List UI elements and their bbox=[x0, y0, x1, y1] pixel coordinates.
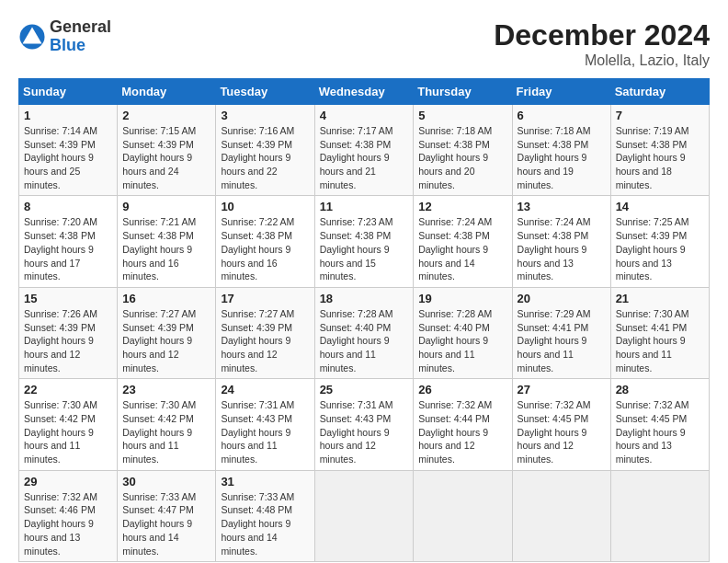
table-row: 18 Sunrise: 7:28 AMSunset: 4:40 PMDaylig… bbox=[314, 287, 414, 378]
day-info: Sunrise: 7:19 AMSunset: 4:38 PMDaylight … bbox=[616, 125, 689, 190]
day-number: 28 bbox=[616, 383, 704, 396]
day-info: Sunrise: 7:17 AMSunset: 4:38 PMDaylight … bbox=[320, 125, 393, 190]
day-info: Sunrise: 7:18 AMSunset: 4:38 PMDaylight … bbox=[418, 125, 492, 190]
title-area: December 2024 Molella, Lazio, Italy bbox=[494, 18, 710, 69]
day-number: 18 bbox=[320, 292, 409, 305]
logo-icon bbox=[18, 23, 46, 51]
col-thursday: Thursday bbox=[414, 79, 512, 105]
day-info: Sunrise: 7:22 AMSunset: 4:38 PMDaylight … bbox=[221, 216, 294, 282]
logo-blue-text: Blue bbox=[50, 37, 111, 55]
table-row: 9 Sunrise: 7:21 AMSunset: 4:38 PMDayligh… bbox=[118, 196, 216, 287]
table-row: 21 Sunrise: 7:30 AMSunset: 4:41 PMDaylig… bbox=[610, 287, 709, 378]
day-info: Sunrise: 7:32 AMSunset: 4:44 PMDaylight … bbox=[418, 399, 492, 465]
table-row: 2 Sunrise: 7:15 AMSunset: 4:39 PMDayligh… bbox=[118, 105, 216, 196]
table-row bbox=[314, 470, 414, 561]
day-number: 1 bbox=[24, 109, 112, 122]
day-info: Sunrise: 7:31 AMSunset: 4:43 PMDaylight … bbox=[221, 399, 294, 465]
table-row: 23 Sunrise: 7:30 AMSunset: 4:42 PMDaylig… bbox=[118, 379, 216, 470]
day-info: Sunrise: 7:18 AMSunset: 4:38 PMDaylight … bbox=[518, 125, 591, 190]
day-number: 8 bbox=[24, 200, 112, 213]
day-info: Sunrise: 7:27 AMSunset: 4:39 PMDaylight … bbox=[221, 308, 294, 373]
table-row: 19 Sunrise: 7:28 AMSunset: 4:40 PMDaylig… bbox=[414, 287, 512, 378]
col-friday: Friday bbox=[512, 79, 610, 105]
day-number: 23 bbox=[122, 383, 210, 396]
day-info: Sunrise: 7:28 AMSunset: 4:40 PMDaylight … bbox=[320, 308, 393, 373]
table-row: 8 Sunrise: 7:20 AMSunset: 4:38 PMDayligh… bbox=[19, 196, 118, 287]
table-row: 7 Sunrise: 7:19 AMSunset: 4:38 PMDayligh… bbox=[610, 105, 709, 196]
calendar-row: 8 Sunrise: 7:20 AMSunset: 4:38 PMDayligh… bbox=[19, 196, 710, 287]
day-number: 25 bbox=[320, 383, 409, 396]
day-number: 14 bbox=[616, 200, 704, 213]
day-number: 17 bbox=[221, 292, 309, 305]
table-row: 13 Sunrise: 7:24 AMSunset: 4:38 PMDaylig… bbox=[512, 196, 610, 287]
month-title: December 2024 bbox=[494, 18, 710, 52]
day-info: Sunrise: 7:25 AMSunset: 4:39 PMDaylight … bbox=[616, 216, 689, 282]
table-row: 28 Sunrise: 7:32 AMSunset: 4:45 PMDaylig… bbox=[610, 379, 709, 470]
day-info: Sunrise: 7:15 AMSunset: 4:39 PMDaylight … bbox=[122, 125, 196, 190]
weekday-header-row: Sunday Monday Tuesday Wednesday Thursday… bbox=[19, 79, 710, 105]
day-number: 7 bbox=[616, 109, 704, 122]
table-row: 29 Sunrise: 7:32 AMSunset: 4:46 PMDaylig… bbox=[19, 470, 118, 561]
day-info: Sunrise: 7:30 AMSunset: 4:41 PMDaylight … bbox=[616, 308, 689, 373]
day-number: 19 bbox=[418, 292, 506, 305]
calendar-row: 15 Sunrise: 7:26 AMSunset: 4:39 PMDaylig… bbox=[19, 287, 710, 378]
table-row: 6 Sunrise: 7:18 AMSunset: 4:38 PMDayligh… bbox=[512, 105, 610, 196]
day-info: Sunrise: 7:20 AMSunset: 4:38 PMDaylight … bbox=[24, 216, 97, 282]
table-row: 24 Sunrise: 7:31 AMSunset: 4:43 PMDaylig… bbox=[216, 379, 314, 470]
table-row: 25 Sunrise: 7:31 AMSunset: 4:43 PMDaylig… bbox=[314, 379, 414, 470]
col-saturday: Saturday bbox=[610, 79, 709, 105]
table-row: 1 Sunrise: 7:14 AMSunset: 4:39 PMDayligh… bbox=[19, 105, 118, 196]
day-number: 15 bbox=[24, 292, 112, 305]
day-info: Sunrise: 7:26 AMSunset: 4:39 PMDaylight … bbox=[24, 308, 97, 373]
calendar: Sunday Monday Tuesday Wednesday Thursday… bbox=[18, 78, 710, 562]
col-sunday: Sunday bbox=[19, 79, 118, 105]
day-number: 29 bbox=[24, 475, 112, 488]
location-title: Molella, Lazio, Italy bbox=[494, 52, 710, 69]
day-info: Sunrise: 7:32 AMSunset: 4:45 PMDaylight … bbox=[616, 399, 689, 465]
day-info: Sunrise: 7:16 AMSunset: 4:39 PMDaylight … bbox=[221, 125, 294, 190]
table-row: 15 Sunrise: 7:26 AMSunset: 4:39 PMDaylig… bbox=[19, 287, 118, 378]
day-number: 3 bbox=[221, 109, 309, 122]
calendar-row: 22 Sunrise: 7:30 AMSunset: 4:42 PMDaylig… bbox=[19, 379, 710, 470]
day-number: 21 bbox=[616, 292, 704, 305]
day-info: Sunrise: 7:27 AMSunset: 4:39 PMDaylight … bbox=[122, 308, 196, 373]
day-info: Sunrise: 7:24 AMSunset: 4:38 PMDaylight … bbox=[418, 216, 492, 282]
day-number: 10 bbox=[221, 200, 309, 213]
table-row bbox=[414, 470, 512, 561]
day-info: Sunrise: 7:23 AMSunset: 4:38 PMDaylight … bbox=[320, 216, 393, 282]
day-number: 13 bbox=[518, 200, 606, 213]
day-number: 2 bbox=[122, 109, 210, 122]
col-tuesday: Tuesday bbox=[216, 79, 314, 105]
day-info: Sunrise: 7:32 AMSunset: 4:45 PMDaylight … bbox=[518, 399, 591, 465]
table-row: 30 Sunrise: 7:33 AMSunset: 4:47 PMDaylig… bbox=[118, 470, 216, 561]
day-number: 12 bbox=[418, 200, 506, 213]
table-row bbox=[610, 470, 709, 561]
day-number: 5 bbox=[418, 109, 506, 122]
day-number: 16 bbox=[122, 292, 210, 305]
day-info: Sunrise: 7:33 AMSunset: 4:47 PMDaylight … bbox=[122, 491, 196, 557]
day-info: Sunrise: 7:30 AMSunset: 4:42 PMDaylight … bbox=[122, 399, 196, 465]
day-info: Sunrise: 7:33 AMSunset: 4:48 PMDaylight … bbox=[221, 491, 294, 557]
table-row: 20 Sunrise: 7:29 AMSunset: 4:41 PMDaylig… bbox=[512, 287, 610, 378]
day-number: 30 bbox=[122, 475, 210, 488]
day-info: Sunrise: 7:28 AMSunset: 4:40 PMDaylight … bbox=[418, 308, 492, 373]
day-info: Sunrise: 7:30 AMSunset: 4:42 PMDaylight … bbox=[24, 399, 97, 465]
table-row: 22 Sunrise: 7:30 AMSunset: 4:42 PMDaylig… bbox=[19, 379, 118, 470]
calendar-row: 29 Sunrise: 7:32 AMSunset: 4:46 PMDaylig… bbox=[19, 470, 710, 561]
day-number: 20 bbox=[518, 292, 606, 305]
table-row: 27 Sunrise: 7:32 AMSunset: 4:45 PMDaylig… bbox=[512, 379, 610, 470]
day-number: 11 bbox=[320, 200, 409, 213]
calendar-row: 1 Sunrise: 7:14 AMSunset: 4:39 PMDayligh… bbox=[19, 105, 710, 196]
day-number: 26 bbox=[418, 383, 506, 396]
header: General Blue December 2024 Molella, Lazi… bbox=[18, 18, 710, 69]
day-info: Sunrise: 7:14 AMSunset: 4:39 PMDaylight … bbox=[24, 125, 97, 190]
col-monday: Monday bbox=[118, 79, 216, 105]
day-info: Sunrise: 7:29 AMSunset: 4:41 PMDaylight … bbox=[518, 308, 591, 373]
col-wednesday: Wednesday bbox=[314, 79, 414, 105]
logo: General Blue bbox=[18, 18, 111, 55]
table-row: 5 Sunrise: 7:18 AMSunset: 4:38 PMDayligh… bbox=[414, 105, 512, 196]
day-number: 24 bbox=[221, 383, 309, 396]
day-number: 31 bbox=[221, 475, 309, 488]
table-row: 26 Sunrise: 7:32 AMSunset: 4:44 PMDaylig… bbox=[414, 379, 512, 470]
day-info: Sunrise: 7:32 AMSunset: 4:46 PMDaylight … bbox=[24, 491, 97, 557]
